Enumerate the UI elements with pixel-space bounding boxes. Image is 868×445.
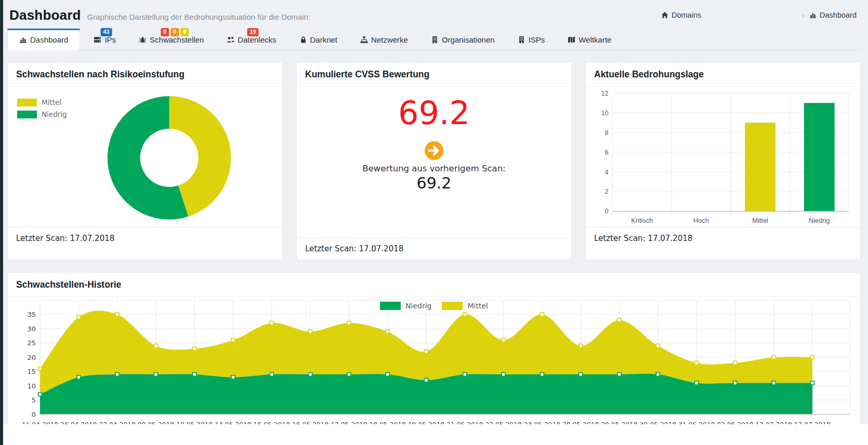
data-point-niedrig xyxy=(617,373,621,376)
panel-threat: Aktuelle Bedrohungslage 024681012Kritisc… xyxy=(585,62,861,260)
threat-bar-chart: 024681012KritischHochMittelNiedrig xyxy=(594,87,852,227)
svg-text:10: 10 xyxy=(27,382,36,390)
data-point-niedrig xyxy=(154,373,157,376)
legend-swatch xyxy=(17,99,37,106)
svg-text:Mittel: Mittel xyxy=(752,217,768,224)
bug-icon xyxy=(139,36,147,44)
tab-badges: 19 xyxy=(247,28,258,36)
building-icon xyxy=(431,36,439,44)
donut-legend: MittelNiedrig xyxy=(17,98,67,122)
data-point-mittel xyxy=(540,313,544,316)
data-point-niedrig xyxy=(695,381,699,385)
panel-history: Schwachstellen-Historie NiedrigMittel 05… xyxy=(7,272,861,440)
svg-text:35: 35 xyxy=(27,311,36,318)
threat-chart-area: 024681012KritischHochMittelNiedrig xyxy=(586,87,860,227)
data-point-niedrig xyxy=(502,373,505,376)
data-point-mittel xyxy=(77,316,81,319)
tab-datenlecks[interactable]: 19Datenlecks xyxy=(225,29,278,50)
data-point-mittel xyxy=(811,356,814,359)
tab-netzwerke[interactable]: Netzwerke xyxy=(358,29,410,50)
panel-cvss-title: Kumulierte CVSS Bewertung xyxy=(297,62,571,87)
svg-text:12: 12 xyxy=(601,90,609,97)
legend-label: Niedrig xyxy=(405,302,431,310)
data-point-mittel xyxy=(695,361,699,365)
data-point-mittel xyxy=(193,347,196,350)
tab-badge: 0 xyxy=(161,28,169,36)
data-point-mittel xyxy=(579,344,583,348)
data-point-niedrig xyxy=(347,373,351,376)
cvss-score: 69.2 xyxy=(305,97,563,129)
panel-history-title: Schwachstellen-Historie xyxy=(8,273,860,297)
panel-risk-title: Schwachstellen nach Risikoeinstufung xyxy=(8,62,282,87)
bar-mittel xyxy=(745,123,775,211)
svg-text:Hoch: Hoch xyxy=(693,217,709,224)
tab-label: Darknet xyxy=(310,35,338,44)
legend-item-niedrig[interactable]: Niedrig xyxy=(380,302,431,310)
data-point-niedrig xyxy=(425,379,428,382)
data-point-mittel xyxy=(617,318,621,322)
legend-item-niedrig[interactable]: Niedrig xyxy=(17,110,67,118)
svg-text:Kritisch: Kritisch xyxy=(631,217,653,224)
legend-label: Niedrig xyxy=(42,110,67,118)
tab-label: Schwachstellen xyxy=(150,35,204,44)
lock-icon xyxy=(299,36,307,44)
server-icon xyxy=(94,36,101,44)
tab-darknet[interactable]: Darknet xyxy=(297,29,340,50)
data-point-niedrig xyxy=(463,373,467,376)
tab-organisationen[interactable]: Organisationen xyxy=(429,29,497,50)
sitemap-icon xyxy=(360,36,368,44)
page-subtitle: Graphische Darstellung der Bedrohungssit… xyxy=(87,12,310,21)
tab-isps[interactable]: ISPs xyxy=(516,29,547,50)
data-point-mittel xyxy=(154,344,157,348)
data-point-mittel xyxy=(231,339,235,342)
tab-dashboard[interactable]: Dashboard xyxy=(7,29,80,50)
panel-threat-title: Aktuelle Bedrohungslage xyxy=(586,62,860,87)
page-title: Dashboard xyxy=(9,7,81,23)
risk-chart-area: MittelNiedrig xyxy=(8,87,282,227)
data-point-niedrig xyxy=(579,373,583,376)
data-point-niedrig xyxy=(115,373,119,376)
legend-swatch xyxy=(442,302,463,310)
svg-text:30: 30 xyxy=(27,325,36,333)
map-icon xyxy=(568,36,575,44)
tab-weltkarte[interactable]: Weltkarte xyxy=(565,29,613,50)
last-scan-label: Letzter Scan: 17.07.2018 xyxy=(8,227,282,249)
tab-badge: 43 xyxy=(100,28,112,36)
tab-label: ISPs xyxy=(529,35,545,44)
bar-niedrig xyxy=(804,103,835,211)
breadcrumb: Domains › Dashboard xyxy=(661,11,859,19)
data-point-mittel xyxy=(656,344,660,348)
arrow-right-icon xyxy=(424,141,444,160)
data-point-mittel xyxy=(347,321,351,325)
home-icon xyxy=(661,11,668,19)
building-icon xyxy=(518,36,525,44)
legend-label: Mittel xyxy=(467,302,488,310)
tab-label: Netzwerke xyxy=(371,35,408,44)
svg-text:5: 5 xyxy=(32,396,36,404)
data-point-niedrig xyxy=(656,373,660,376)
tab-badges: 43 xyxy=(100,28,112,36)
page-bottom-space xyxy=(0,424,868,445)
data-point-mittel xyxy=(463,313,467,316)
svg-text:15: 15 xyxy=(27,368,36,375)
tab-label: IPs xyxy=(104,35,116,44)
data-point-mittel xyxy=(309,330,312,333)
tab-schwachstellen[interactable]: 009Schwachstellen xyxy=(137,29,206,50)
history-legend: NiedrigMittel xyxy=(8,302,860,310)
legend-item-mittel[interactable]: Mittel xyxy=(442,302,488,310)
legend-label: Mittel xyxy=(42,98,61,106)
data-point-niedrig xyxy=(540,373,544,376)
history-area-chart: 0510152025303511.04.201826.04.201827.04.… xyxy=(16,297,852,438)
breadcrumb-item-dashboard[interactable]: Dashboard xyxy=(809,11,857,19)
breadcrumb-label: Domains xyxy=(672,11,701,19)
tab-ips[interactable]: 43IPs xyxy=(91,29,118,50)
tab-badge: 19 xyxy=(247,28,258,36)
collapsed-sidebar[interactable] xyxy=(0,0,3,445)
svg-text:6: 6 xyxy=(605,149,609,156)
users-icon xyxy=(227,36,234,44)
legend-item-mittel[interactable]: Mittel xyxy=(17,98,67,106)
breadcrumb-item-domains[interactable]: Domains xyxy=(661,11,701,19)
page-header: Dashboard Graphische Darstellung der Bed… xyxy=(7,4,861,26)
data-point-niedrig xyxy=(231,375,235,379)
breadcrumb-label: Dashboard xyxy=(820,11,857,19)
